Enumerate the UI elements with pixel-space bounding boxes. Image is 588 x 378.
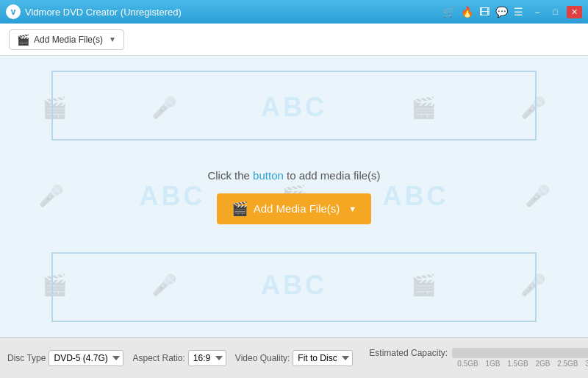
title-icons: 🛒 🔥 🎞 💬 ☰ <box>442 6 523 18</box>
menu-icon[interactable]: ☰ <box>514 6 523 18</box>
capacity-row: Estimated Capacity: <box>369 348 588 358</box>
add-media-icon-large: 🎬 <box>232 201 248 217</box>
dropdown-arrow-large: ▼ <box>348 204 356 213</box>
video-quality-group: Video Quality: Fit to Disc High Medium L… <box>235 350 354 366</box>
aspect-ratio-select[interactable]: 16:9 4:3 <box>188 350 226 366</box>
capacity-ticks: 0.5GB 1GB 1.5GB 2GB 2.5GB 3GB 3.5GB 4GB … <box>457 360 588 368</box>
minimize-button[interactable]: – <box>531 6 544 18</box>
dropdown-arrow-small: ▼ <box>109 35 116 43</box>
window-title: Vidmore DVD Creator (Unregistered) <box>25 7 442 18</box>
bottom-bar: Disc Type DVD-5 (4.7G) DVD-9 (8.5G) Blu-… <box>0 337 588 378</box>
close-button[interactable]: ✕ <box>567 6 582 18</box>
title-bar: v Vidmore DVD Creator (Unregistered) 🛒 🔥… <box>0 0 588 24</box>
instruction-text: Click the button to add media file(s) <box>207 169 380 182</box>
disc-type-group: Disc Type DVD-5 (4.7G) DVD-9 (8.5G) Blu-… <box>7 350 123 366</box>
cart-icon[interactable]: 🛒 <box>442 6 455 18</box>
instruction-suffix: to add media file(s) <box>287 169 381 182</box>
add-media-button-large[interactable]: 🎬 Add Media File(s) ▼ <box>217 193 371 224</box>
add-media-label-small: Add Media File(s) <box>34 35 103 45</box>
wm-icon-mic-3: 🎤 <box>38 184 64 208</box>
aspect-ratio-label: Aspect Ratio: <box>132 353 184 363</box>
tick-1gb: 1GB <box>485 360 500 368</box>
chat-icon[interactable]: 💬 <box>495 6 508 18</box>
wm-text-2: ABC <box>140 181 206 212</box>
wm-icon-mic-4: 🎤 <box>525 184 551 208</box>
flame-icon[interactable]: 🔥 <box>461 6 473 18</box>
app-logo: v <box>6 4 21 19</box>
instruction-prefix: Click the <box>207 169 253 182</box>
wm-text-3: ABC <box>383 181 449 212</box>
add-media-icon-small: 🎬 <box>17 34 29 46</box>
tick-3gb: 3GB <box>585 360 588 368</box>
add-media-button-small[interactable]: 🎬 Add Media File(s) ▼ <box>9 29 124 50</box>
disc-type-select[interactable]: DVD-5 (4.7G) DVD-9 (8.5G) Blu-ray 25G Bl… <box>49 350 123 366</box>
center-content: Click the button to add media file(s) 🎬 … <box>207 169 380 224</box>
maximize-button[interactable]: □ <box>548 6 562 18</box>
add-media-label-large: Add Media File(s) <box>254 202 340 215</box>
logo-letter: v <box>11 7 16 17</box>
capacity-section: Estimated Capacity: 0.5GB 1GB 1.5GB 2GB … <box>369 348 588 368</box>
toolbar: 🎬 Add Media File(s) ▼ <box>0 24 588 56</box>
instruction-link: button <box>253 169 284 182</box>
top-panel <box>51 71 537 140</box>
tick-2gb: 2GB <box>535 360 550 368</box>
aspect-ratio-group: Aspect Ratio: 16:9 4:3 <box>132 350 226 366</box>
capacity-bar-container <box>452 348 588 358</box>
main-area: 🎬 🎤 ABC 🎬 🎤 🎤 ABC 🎬 ABC 🎤 🎬 🎤 ABC 🎬 🎤 Cl… <box>0 56 588 337</box>
disc-type-label: Disc Type <box>7 353 46 363</box>
tick-2.5gb: 2.5GB <box>557 360 578 368</box>
tick-1.5gb: 1.5GB <box>507 360 528 368</box>
video-quality-select[interactable]: Fit to Disc High Medium Low <box>293 350 353 366</box>
tick-0.5gb: 0.5GB <box>457 360 478 368</box>
bottom-panel <box>51 252 537 322</box>
window-controls: – □ ✕ <box>531 6 582 18</box>
film-icon[interactable]: 🎞 <box>479 6 490 18</box>
video-quality-label: Video Quality: <box>235 353 290 363</box>
capacity-label: Estimated Capacity: <box>369 348 448 358</box>
